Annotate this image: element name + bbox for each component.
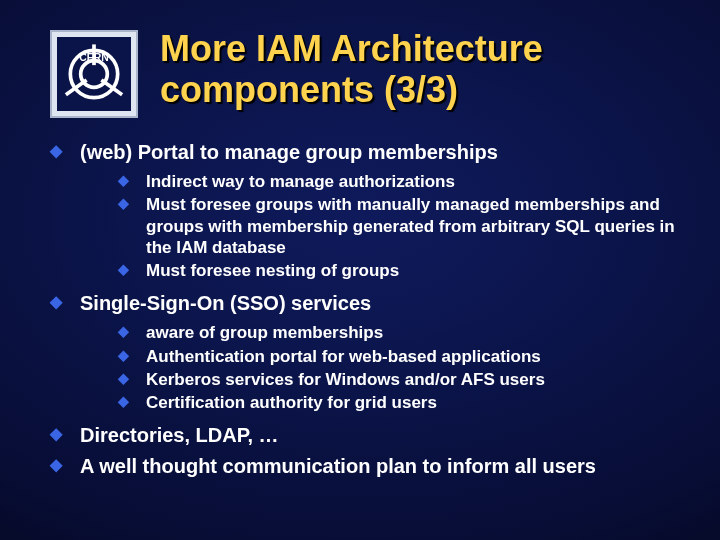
sub-item: Must foresee nesting of groups (118, 260, 680, 281)
list-item: A well thought communication plan to inf… (50, 454, 680, 479)
item-text: Directories, LDAP, … (80, 424, 279, 446)
item-text: Single-Sign-On (SSO) services (80, 292, 371, 314)
sub-item: Certification authority for grid users (118, 392, 680, 413)
sub-item: Kerberos services for Windows and/or AFS… (118, 369, 680, 390)
sub-item: Must foresee groups with manually manage… (118, 194, 680, 258)
bullet-list: (web) Portal to manage group memberships… (50, 140, 680, 479)
sub-list: aware of group memberships Authenticatio… (80, 322, 680, 413)
title-line-1: More IAM Architecture (160, 28, 543, 69)
slide-body: (web) Portal to manage group memberships… (50, 140, 680, 479)
cern-logo: CERN (50, 30, 138, 118)
slide: CERN More IAM Architecture components (3… (0, 0, 720, 540)
item-text: A well thought communication plan to inf… (80, 455, 596, 477)
sub-item: aware of group memberships (118, 322, 680, 343)
sub-list: Indirect way to manage authorizations Mu… (80, 171, 680, 281)
title-line-2: components (3/3) (160, 69, 458, 110)
slide-title: More IAM Architecture components (3/3) (160, 28, 543, 111)
list-item: Single-Sign-On (SSO) services aware of g… (50, 291, 680, 413)
list-item: (web) Portal to manage group memberships… (50, 140, 680, 281)
cern-logo-icon: CERN (57, 37, 131, 111)
item-text: (web) Portal to manage group memberships (80, 141, 498, 163)
svg-text:CERN: CERN (79, 52, 108, 63)
slide-header: CERN More IAM Architecture components (3… (50, 28, 680, 118)
sub-item: Authentication portal for web-based appl… (118, 346, 680, 367)
sub-item: Indirect way to manage authorizations (118, 171, 680, 192)
list-item: Directories, LDAP, … (50, 423, 680, 448)
